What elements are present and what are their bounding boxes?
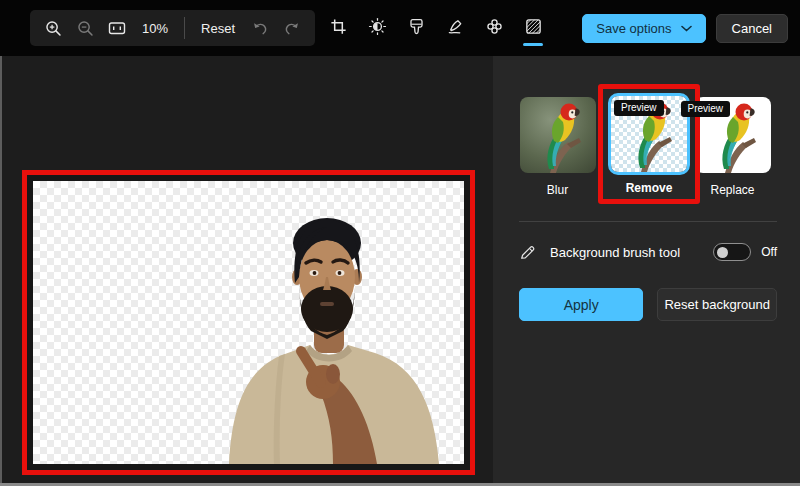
zoom-level-value[interactable]: 10% <box>134 21 176 36</box>
remove-option-label: Remove <box>626 181 673 195</box>
reset-button[interactable]: Reset <box>193 21 243 36</box>
retouch-tool-button[interactable] <box>481 13 507 39</box>
window-left-edge <box>0 56 2 486</box>
background-icon <box>524 17 543 36</box>
background-brush-label: Background brush tool <box>550 245 713 260</box>
preview-badge-replace: Preview <box>681 101 731 117</box>
retouch-icon <box>485 17 504 36</box>
adjustment-tool-button[interactable] <box>364 13 390 39</box>
adjustment-sun-icon <box>368 17 387 36</box>
background-option-blur[interactable]: Blur <box>519 97 596 197</box>
undo-button[interactable] <box>245 13 275 43</box>
blur-option-label: Blur <box>547 183 568 197</box>
man-cutout-illustration <box>33 181 464 464</box>
edited-photo-transparent <box>33 181 464 464</box>
chevron-down-icon <box>681 25 692 32</box>
redo-button[interactable] <box>277 13 307 43</box>
parrot-image <box>520 97 596 173</box>
image-canvas[interactable] <box>0 56 493 486</box>
toggle-state-label: Off <box>761 245 777 259</box>
background-option-replace[interactable]: Preview Replace <box>694 97 771 197</box>
background-options: Blur Preview <box>519 97 777 204</box>
fit-to-window-icon <box>107 18 127 38</box>
zoom-in-button[interactable] <box>38 13 68 43</box>
blur-thumbnail[interactable] <box>520 97 596 173</box>
crop-tool-button[interactable] <box>325 13 351 39</box>
replace-option-label: Replace <box>710 183 754 197</box>
markup-tool-button[interactable] <box>442 13 468 39</box>
zoom-out-button[interactable] <box>70 13 100 43</box>
background-panel: Blur Preview <box>493 56 800 486</box>
panel-actions: Apply Reset background <box>519 288 777 321</box>
background-tool-button[interactable] <box>520 13 546 39</box>
filter-tool-button[interactable] <box>403 13 429 39</box>
panel-divider <box>519 221 777 222</box>
zoom-toolbar-group: 10% Reset <box>30 10 315 46</box>
save-options-label: Save options <box>596 21 671 36</box>
selected-tool-underline <box>523 43 543 46</box>
toolbar-actions-group: Save options Cancel <box>582 14 788 43</box>
background-brush-row: Background brush tool Off <box>519 243 777 261</box>
zoom-in-icon <box>44 19 63 38</box>
fit-to-window-button[interactable] <box>102 13 132 43</box>
cancel-button[interactable]: Cancel <box>716 14 788 43</box>
red-annotation-canvas <box>22 170 475 475</box>
brush-pencil-icon <box>519 244 537 261</box>
replace-thumbnail[interactable]: Preview <box>695 97 771 173</box>
preview-badge-remove: Preview <box>614 100 664 116</box>
save-options-button[interactable]: Save options <box>582 14 705 43</box>
redo-icon <box>283 19 301 37</box>
edit-tools-group <box>325 10 546 50</box>
crop-icon <box>329 17 348 36</box>
toggle-knob <box>717 247 728 258</box>
remove-thumbnail[interactable]: Preview <box>608 93 690 175</box>
zoom-out-icon <box>76 19 95 38</box>
reset-background-button[interactable]: Reset background <box>657 288 777 321</box>
markup-pen-icon <box>446 17 465 36</box>
filter-icon <box>407 17 426 36</box>
editor-main: Blur Preview <box>0 56 800 486</box>
toolbar: 10% Reset <box>0 0 800 56</box>
background-brush-toggle[interactable] <box>713 243 751 261</box>
apply-button[interactable]: Apply <box>519 288 643 321</box>
toolbar-separator <box>184 17 185 39</box>
undo-icon <box>251 19 269 37</box>
